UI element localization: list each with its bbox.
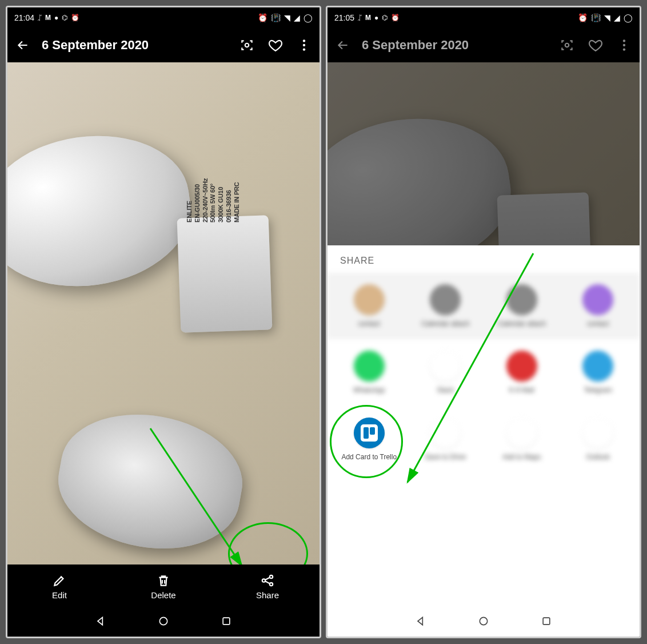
photo-date-title: 6 September 2020 <box>42 38 228 53</box>
badge-icon: ⌬ <box>62 14 67 22</box>
status-icons-left: ᛢ M ● ⌬ ⏰ <box>38 14 79 22</box>
dot-icon: ● <box>54 14 58 22</box>
share-sheet: SHARE contact Calendar attach Calendar a… <box>328 245 640 608</box>
action-bar: Edit Delete Share <box>7 565 319 608</box>
svg-point-14 <box>480 617 487 625</box>
nav-back-button[interactable] <box>95 615 106 629</box>
share-button[interactable]: Share <box>215 565 319 608</box>
gps-icon: ᛢ <box>38 14 42 22</box>
edit-button[interactable]: Edit <box>7 565 111 608</box>
status-bar: 21:04 ᛢ M ● ⌬ ⏰ ⏰ 📳 ◥ ◢ ◯ <box>7 7 319 28</box>
nav-home-button[interactable] <box>478 615 489 629</box>
alarm2-icon: ⏰ <box>578 13 588 22</box>
share-contact[interactable]: contact <box>331 279 408 333</box>
more-button[interactable] <box>297 38 311 53</box>
dot-icon: ● <box>374 14 378 22</box>
share-whatsapp[interactable]: WhatsApp <box>331 345 408 400</box>
letter-m-icon: M <box>45 14 51 22</box>
letter-m-icon: M <box>365 14 371 22</box>
wifi-icon: ◥ <box>284 13 290 22</box>
signal-icon: ◢ <box>614 13 620 22</box>
nav-bar <box>328 608 640 637</box>
share-title: SHARE <box>328 245 640 273</box>
nav-home-button[interactable] <box>158 615 169 629</box>
back-button[interactable] <box>15 38 30 53</box>
nav-bar <box>7 608 319 637</box>
status-time: 21:04 <box>14 13 34 22</box>
share-contact[interactable]: contact <box>560 279 637 333</box>
status-icons-left: ᛢ M ● ⌬ ⏰ <box>358 14 400 22</box>
share-contact[interactable]: Calendar attach <box>484 279 560 333</box>
share-trello[interactable]: Add Card to Trello <box>331 412 408 467</box>
alarm-icon: ⏰ <box>71 14 79 22</box>
share-label: Share <box>256 590 279 600</box>
svg-point-3 <box>303 48 305 50</box>
favorite-button[interactable] <box>588 38 603 53</box>
svg-point-1 <box>303 39 305 42</box>
app-bar: 6 September 2020 <box>7 28 319 62</box>
bulb-shape <box>328 106 520 245</box>
share-apps-row-2: Add Card to Trello Save to Drive Add to … <box>328 406 640 478</box>
nav-recent-button[interactable] <box>221 615 232 629</box>
app-bar: 6 September 2020 <box>328 28 640 62</box>
svg-point-2 <box>303 44 305 46</box>
nav-back-button[interactable] <box>415 615 426 629</box>
share-suggested-row: contact Calendar attach Calendar attach … <box>328 273 640 339</box>
signal-icon: ◢ <box>294 13 300 22</box>
phone-left: 21:04 ᛢ M ● ⌬ ⏰ ⏰ 📳 ◥ ◢ ◯ 6 September 20… <box>6 6 321 638</box>
vibrate-icon: 📳 <box>271 13 281 22</box>
status-time: 21:05 <box>334 13 354 22</box>
badge-icon: ⌬ <box>382 14 388 22</box>
svg-rect-15 <box>543 618 550 625</box>
svg-point-12 <box>623 44 625 46</box>
alarm2-icon: ⏰ <box>258 13 267 22</box>
battery-icon: ◯ <box>303 13 313 22</box>
bulb-shape <box>7 123 199 299</box>
photo-date-title: 6 September 2020 <box>362 38 548 53</box>
share-contact[interactable]: Calendar attach <box>408 279 484 333</box>
bulb-base-shape <box>497 192 593 245</box>
edit-label: Edit <box>52 590 67 600</box>
favorite-button[interactable] <box>268 38 283 53</box>
phone-right: 21:05 ᛢ M ● ⌬ ⏰ ⏰ 📳 ◥ ◢ ◯ 6 September 20… <box>326 6 641 638</box>
back-button[interactable] <box>336 38 350 53</box>
share-outlook[interactable]: Outlook <box>560 412 637 467</box>
svg-point-13 <box>623 48 625 50</box>
battery-icon: ◯ <box>624 13 633 22</box>
more-button[interactable] <box>617 38 632 53</box>
status-icons-right: ⏰ 📳 ◥ ◢ ◯ <box>258 13 313 22</box>
share-telegram[interactable]: Telegram <box>560 345 637 400</box>
delete-label: Delete <box>151 590 175 600</box>
bulb-base-shape <box>177 215 273 332</box>
svg-point-8 <box>159 617 167 625</box>
trello-icon <box>354 418 385 448</box>
alarm-icon: ⏰ <box>391 14 400 22</box>
status-icons-right: ⏰ 📳 ◥ ◢ ◯ <box>578 13 633 22</box>
share-apps-row-1: WhatsApp Slack K-9 Mail Telegram <box>328 339 640 406</box>
gps-icon: ᛢ <box>358 14 362 22</box>
wifi-icon: ◥ <box>604 13 610 22</box>
svg-point-11 <box>623 39 625 42</box>
photo-viewport-dimmed[interactable] <box>328 62 640 245</box>
photo-viewport[interactable]: ENLITE EN-GU005/30 220-240V~50Hz 500lm 5… <box>7 62 319 565</box>
delete-button[interactable]: Delete <box>111 565 215 608</box>
svg-point-10 <box>565 43 569 47</box>
share-trello-label: Add Card to Trello <box>341 453 397 461</box>
bulb2-shape <box>49 401 251 562</box>
share-k9mail[interactable]: K-9 Mail <box>484 345 560 400</box>
status-bar: 21:05 ᛢ M ● ⌬ ⏰ ⏰ 📳 ◥ ◢ ◯ <box>328 7 640 28</box>
svg-point-0 <box>245 43 249 47</box>
vibrate-icon: 📳 <box>591 13 601 22</box>
lens-button[interactable] <box>239 38 254 53</box>
share-maps[interactable]: Add to Maps <box>484 412 560 467</box>
nav-recent-button[interactable] <box>541 615 552 629</box>
svg-rect-9 <box>223 618 230 625</box>
lens-button[interactable] <box>560 38 574 53</box>
highlight-circle-share <box>228 522 308 565</box>
bulb-label: ENLITE EN-GU005/30 220-240V~50Hz 500lm 5… <box>186 142 241 222</box>
share-slack[interactable]: Slack <box>408 345 484 400</box>
share-drive[interactable]: Save to Drive <box>408 412 484 467</box>
